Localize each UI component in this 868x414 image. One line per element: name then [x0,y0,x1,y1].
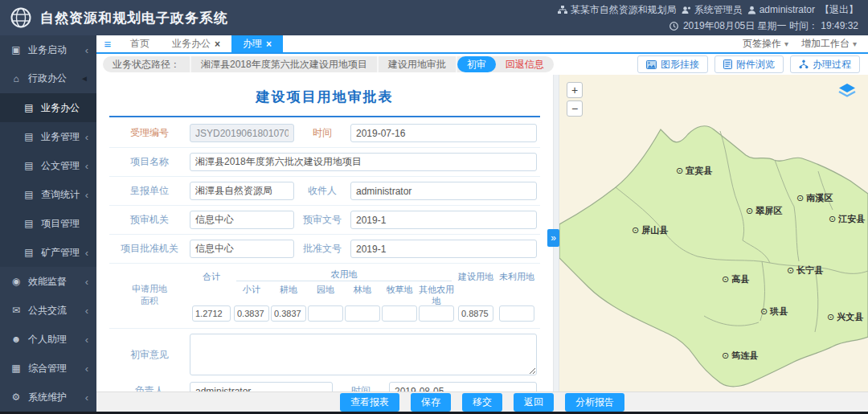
cultivated-field[interactable] [271,305,306,322]
users-icon [682,6,691,14]
layers-icon[interactable] [837,83,857,99]
sidebar-item-biz-manage[interactable]: ▤ 业务管理 ‹ [0,122,96,151]
construction-field[interactable] [458,305,493,322]
opinion-textarea[interactable] [190,334,537,375]
graphic-attach-button[interactable]: 图形挂接 [637,55,708,73]
transfer-button[interactable]: 移交 [462,393,502,412]
title-separator [109,116,540,117]
form-row-approve: 项目批准机关 批准文号 [109,235,540,264]
app-title: 自然资源和规划电子政务系统 [40,9,558,27]
org-name: 某某市自然资源和规划局 [571,3,677,17]
file-icon [723,59,732,69]
report-unit-field[interactable] [190,182,294,200]
sidebar-item-admin-office[interactable]: ⌂ 行政办公 ◄ [0,64,96,93]
total-field[interactable] [192,305,231,322]
tab-operations-dropdown[interactable]: 页签操作 ▾ [743,37,788,51]
sidebar-item-system-maintain[interactable]: ⚙ 系统维护 ‹ [0,383,96,412]
logout-link[interactable]: 【退出】 [820,3,858,17]
breadcrumb: 业务状态路径： 湘潭县2018年度第六批次建设用地项目 建设用地审批 初审 回退… [103,56,554,72]
sidebar-item-efficiency[interactable]: ◉ 效能监督 ‹ [0,267,96,296]
sidebar-item-biz-start[interactable]: ▣ 业务启动 ‹ [0,35,96,64]
county-label: ⊙翠屏区 [746,205,782,217]
land-area-table: 申请用地面积 合计 农用地 小计 [109,264,540,329]
zoom-in-button[interactable]: + [567,82,583,98]
approve-org-label: 项目批准机关 [109,242,190,256]
garden-field[interactable] [308,305,343,322]
preview-no-field[interactable] [350,211,537,229]
breadcrumb-stage[interactable]: 建设用地审批 [379,56,457,72]
approve-no-field[interactable] [350,240,537,258]
breadcrumb-status-badge[interactable]: 初审 [457,56,496,72]
county-label: ⊙兴文县 [827,311,863,323]
sign-time-label: 时间 [333,384,389,391]
recipient-field[interactable] [350,182,537,200]
sidebar-item-query-stats[interactable]: ▤ 查询统计 ‹ [0,180,96,209]
sidebar-item-mineral-manage[interactable]: ▤ 矿产管理 ‹ [0,238,96,267]
acceptance-no-field[interactable] [190,124,294,142]
tab-biz-office[interactable]: 业务办公 × [161,35,231,52]
approve-org-field[interactable] [190,240,294,258]
user-item[interactable]: administrator [747,4,815,15]
view-report-button[interactable]: 查看报表 [340,393,399,412]
sign-time-field[interactable] [389,382,537,391]
person-icon: ☻ [10,334,23,345]
acceptance-no-label: 受理编号 [109,126,190,140]
sidebar-item-doc-manage[interactable]: ▤ 公文管理 ‹ [0,151,96,180]
agri-group: 农用地 小计 耕地 [233,268,455,322]
close-icon[interactable]: × [266,39,272,50]
responsible-field[interactable] [190,382,333,391]
chevron-left-icon: ‹ [85,131,88,143]
sidebar-item-general-manage[interactable]: ▦ 综合管理 ‹ [0,354,96,383]
preview-no-label: 预审文号 [294,213,350,227]
chevron-left-icon: ‹ [85,334,88,346]
form-row-report-unit: 呈报单位 收件人 [109,177,540,206]
sidebar-item-public-exchange[interactable]: ✉ 公共交流 ‹ [0,296,96,325]
collapse-panel-handle[interactable]: » [547,229,559,247]
chevron-left-icon: ‹ [85,247,88,259]
other-agri-field[interactable] [419,305,454,322]
chevron-left-icon: ‹ [85,189,88,201]
sidebar-item-project-manage[interactable]: ▤ 项目管理 [0,209,96,238]
main-area: ▣ 业务启动 ‹ ⌂ 行政办公 ◄ ▤ 业务办公 ▤ 业务管理 ‹ [0,35,868,412]
report-unit-label: 呈报单位 [109,184,190,198]
chevron-left-icon: ‹ [85,44,88,56]
accept-time-field[interactable] [350,124,537,142]
unused-field[interactable] [499,305,534,322]
land-area-row-label: 申请用地面积 [109,268,190,322]
map-panel[interactable]: ⊙宜宾县 ⊙南溪区 ⊙翠屏区 ⊙江安县 ⊙屏山县 ⊙长宁县 ⊙高县 ⊙珙县 ⊙兴… [559,75,868,391]
save-button[interactable]: 保存 [411,393,451,412]
briefcase-icon: ▣ [10,44,23,55]
hamburger-icon[interactable]: ≡ [96,35,119,52]
process-flow-button[interactable]: 办理过程 [790,55,860,73]
land-col-total: 合计 [190,268,233,322]
chevron-left-icon: ‹ [85,305,88,317]
grassland-field[interactable] [382,305,417,322]
county-marker-icon: ⊙ [722,350,729,361]
rollback-info-link[interactable]: 回退信息 [496,56,554,72]
responsible-label: 负责人 [109,384,190,391]
tab-home[interactable]: 首页 [119,35,161,52]
form-row-acceptance: 受理编号 时间 [109,119,540,148]
county-marker-icon: ⊙ [760,306,768,317]
tab-handle[interactable]: 办理 × [231,35,283,52]
attachment-browse-button[interactable]: 附件浏览 [714,55,784,73]
return-button[interactable]: 返回 [514,393,554,412]
sidebar-item-personal-assistant[interactable]: ☻ 个人助理 ‹ [0,325,96,354]
chevron-left-icon: ‹ [85,160,88,172]
close-icon[interactable]: × [215,39,220,50]
preview-org-field[interactable] [190,211,294,229]
add-workbench-dropdown[interactable]: 增加工作台 ▾ [801,37,857,51]
county-label: ⊙长宁县 [787,264,823,277]
project-name-field[interactable] [190,153,537,171]
county-marker-icon: ⊙ [676,166,683,176]
landmass-shape [559,126,868,387]
subtotal-field[interactable] [234,305,269,322]
user-icon [747,6,756,14]
sidebar-item-biz-office[interactable]: ▤ 业务办公 [0,93,96,122]
zoom-out-button[interactable]: − [567,100,583,117]
analysis-report-button[interactable]: 分析报告 [565,393,624,412]
breadcrumb-project[interactable]: 湘潭县2018年度第六批次建设用地项目 [191,56,379,72]
agri-group-header: 农用地 [236,268,452,281]
accept-time-label: 时间 [294,126,350,140]
forest-field[interactable] [345,305,380,322]
